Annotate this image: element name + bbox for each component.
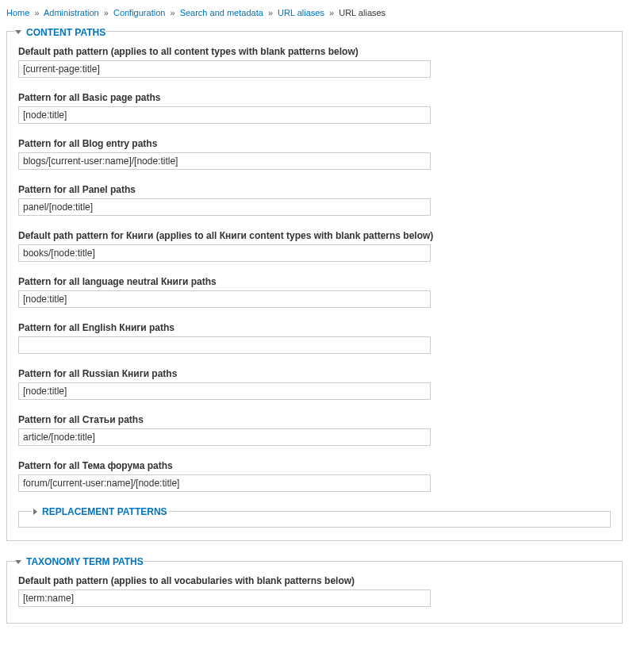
breadcrumb-link-url-aliases[interactable]: URL aliases bbox=[278, 8, 324, 17]
basic-page-pattern-input[interactable] bbox=[18, 106, 431, 124]
field-label: Default path pattern (applies to all voc… bbox=[18, 575, 611, 586]
breadcrumb-sep: » bbox=[32, 8, 41, 17]
breadcrumb-link-administration[interactable]: Administration bbox=[44, 8, 99, 17]
form-item: Default path pattern (applies to all con… bbox=[18, 46, 611, 78]
form-item: Default path pattern for Книги (applies … bbox=[18, 230, 611, 262]
content-paths-panel: CONTENT PATHS Default path pattern (appl… bbox=[6, 25, 623, 541]
breadcrumb-sep: » bbox=[266, 8, 275, 17]
form-item: Pattern for all Blog entry paths bbox=[18, 138, 611, 170]
replacement-patterns-panel: REPLACEMENT PATTERNS bbox=[18, 506, 611, 528]
form-item: Pattern for all English Книги paths bbox=[18, 322, 611, 354]
field-label: Pattern for all Basic page paths bbox=[18, 92, 611, 103]
breadcrumb-sep: » bbox=[327, 8, 336, 17]
form-item: Pattern for all Basic page paths bbox=[18, 92, 611, 124]
breadcrumb-link-home[interactable]: Home bbox=[6, 8, 29, 17]
field-label: Pattern for all Blog entry paths bbox=[18, 138, 611, 149]
breadcrumb-link-configuration[interactable]: Configuration bbox=[113, 8, 165, 17]
forum-pattern-input[interactable] bbox=[18, 474, 431, 492]
field-label: Default path pattern for Книги (applies … bbox=[18, 230, 611, 241]
taxonomy-paths-title: TAXONOMY TERM PATHS bbox=[25, 556, 144, 567]
taxonomy-paths-toggle[interactable]: TAXONOMY TERM PATHS bbox=[15, 556, 144, 567]
breadcrumb: Home » Administration » Configuration » … bbox=[6, 6, 623, 25]
form-item: Pattern for all Russian Книги paths bbox=[18, 368, 611, 400]
content-paths-title: CONTENT PATHS bbox=[25, 27, 105, 38]
breadcrumb-link-search-metadata[interactable]: Search and metadata bbox=[180, 8, 263, 17]
taxonomy-paths-panel: TAXONOMY TERM PATHS Default path pattern… bbox=[6, 555, 623, 624]
form-item: Default path pattern (applies to all voc… bbox=[18, 575, 611, 607]
form-item: Pattern for all language neutral Книги p… bbox=[18, 276, 611, 308]
knigi-default-pattern-input[interactable] bbox=[18, 244, 431, 262]
chevron-right-icon bbox=[33, 509, 37, 515]
chevron-down-icon bbox=[15, 30, 21, 34]
taxonomy-paths-body: Default path pattern (applies to all voc… bbox=[7, 567, 622, 623]
breadcrumb-sep: » bbox=[167, 8, 177, 17]
form-item: Pattern for all Panel paths bbox=[18, 184, 611, 216]
replacement-patterns-toggle[interactable]: REPLACEMENT PATTERNS bbox=[33, 506, 167, 517]
replacement-patterns-title: REPLACEMENT PATTERNS bbox=[40, 506, 167, 517]
field-label: Pattern for all English Книги paths bbox=[18, 322, 611, 333]
field-label: Pattern for all Panel paths bbox=[18, 184, 611, 195]
form-item: Pattern for all Тема форума paths bbox=[18, 460, 611, 492]
knigi-english-pattern-input[interactable] bbox=[18, 336, 431, 354]
content-paths-body: Default path pattern (applies to all con… bbox=[7, 38, 622, 540]
content-paths-toggle[interactable]: CONTENT PATHS bbox=[15, 27, 105, 38]
field-label: Pattern for all Тема форума paths bbox=[18, 460, 611, 471]
panel-pattern-input[interactable] bbox=[18, 198, 431, 216]
blog-entry-pattern-input[interactable] bbox=[18, 152, 431, 170]
field-label: Pattern for all language neutral Книги p… bbox=[18, 276, 611, 287]
field-label: Pattern for all Статьи paths bbox=[18, 414, 611, 425]
form-item: Pattern for all Статьи paths bbox=[18, 414, 611, 446]
chevron-down-icon bbox=[15, 560, 21, 564]
knigi-neutral-pattern-input[interactable] bbox=[18, 290, 431, 308]
stati-pattern-input[interactable] bbox=[18, 428, 431, 446]
default-taxonomy-pattern-input[interactable] bbox=[18, 589, 431, 607]
breadcrumb-sep: » bbox=[102, 8, 111, 17]
default-content-pattern-input[interactable] bbox=[18, 60, 431, 78]
knigi-russian-pattern-input[interactable] bbox=[18, 382, 431, 400]
field-label: Default path pattern (applies to all con… bbox=[18, 46, 611, 57]
breadcrumb-current: URL aliases bbox=[339, 8, 385, 17]
field-label: Pattern for all Russian Книги paths bbox=[18, 368, 611, 379]
